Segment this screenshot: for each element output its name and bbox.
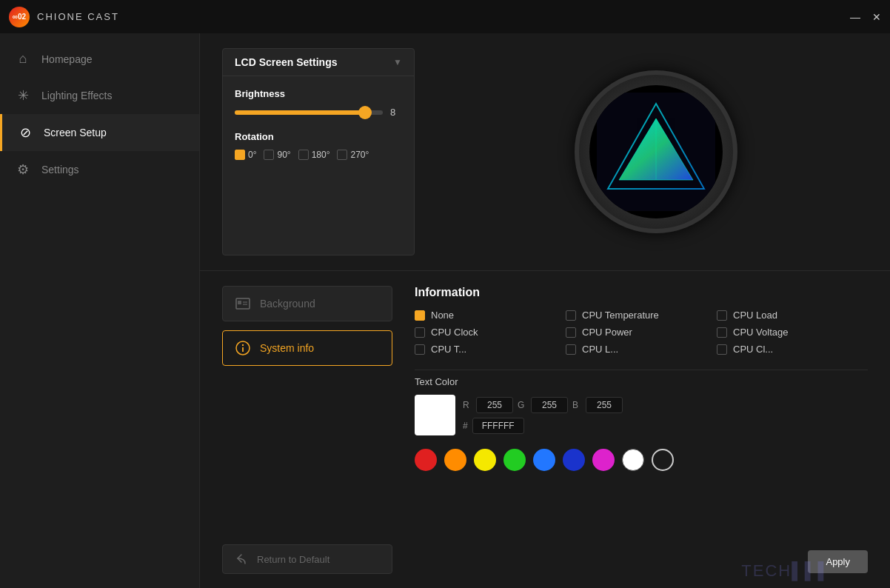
inner-divider <box>415 370 868 370</box>
sidebar-item-screen-setup[interactable]: ⊘ Screen Setup <box>0 114 199 151</box>
color-preview-box[interactable] <box>415 395 455 435</box>
info-checkbox-cpu-voltage[interactable]: CPU Voltage <box>717 327 868 338</box>
sidebar-label-screen: Screen Setup <box>44 127 107 138</box>
close-button[interactable]: ✕ <box>872 11 881 23</box>
color-inputs-row: R G B # <box>415 395 868 435</box>
lcd-preview <box>575 70 737 233</box>
sidebar-label-settings: Settings <box>41 164 79 176</box>
top-section: LCD Screen Settings ▼ Brightness 8 <box>200 33 890 270</box>
checkbox-cpu-cl2-label: CPU Cl... <box>733 344 773 355</box>
hash-label: # <box>463 421 468 431</box>
return-to-default-button[interactable]: Return to Default <box>222 544 392 574</box>
right-panel: Information None CPU Temperature CPU Loa… <box>415 286 868 574</box>
b-input[interactable] <box>586 397 623 413</box>
rotation-270-label: 270° <box>350 150 369 160</box>
minimize-button[interactable]: — <box>850 11 860 23</box>
checkbox-cpu-l2[interactable] <box>566 344 576 355</box>
background-button[interactable]: Background <box>222 286 392 321</box>
titlebar-controls: — ✕ <box>850 11 881 23</box>
rotation-90-label: 90° <box>277 150 290 160</box>
checkbox-cpu-cl2[interactable] <box>717 344 727 355</box>
swatch-purple[interactable] <box>592 449 615 471</box>
return-btn-label: Return to Default <box>257 554 329 565</box>
rotation-90[interactable]: 90° <box>264 150 290 160</box>
info-checkboxes: None CPU Temperature CPU Load CPU Clock <box>415 310 868 355</box>
slider-track <box>235 110 383 115</box>
checkbox-cpu-clock[interactable] <box>415 327 425 338</box>
lcd-settings-panel: LCD Screen Settings ▼ Brightness 8 <box>222 48 415 255</box>
checkbox-cpu-voltage[interactable] <box>717 327 727 338</box>
b-label: B <box>572 400 581 410</box>
rotation-checkbox-0[interactable] <box>235 150 245 160</box>
info-checkbox-none[interactable]: None <box>415 310 566 321</box>
rotation-checkbox-270[interactable] <box>337 150 347 160</box>
checkbox-cpu-t2-label: CPU T... <box>431 344 466 355</box>
sidebar-label-lighting: Lighting Effects <box>41 90 112 101</box>
info-checkbox-cpu-cl2[interactable]: CPU Cl... <box>717 344 868 355</box>
rotation-label: Rotation <box>235 131 402 142</box>
return-icon <box>235 552 248 566</box>
checkbox-cpu-load[interactable] <box>717 310 727 321</box>
checkbox-cpu-clock-label: CPU Clock <box>431 327 478 338</box>
rotation-0-label: 0° <box>248 150 256 160</box>
info-checkbox-cpu-clock[interactable]: CPU Clock <box>415 327 566 338</box>
swatch-green[interactable] <box>503 449 526 471</box>
checkbox-none[interactable] <box>415 310 425 321</box>
lcd-preview-inner <box>589 85 723 218</box>
swatch-orange[interactable] <box>444 449 466 471</box>
sidebar-item-homepage[interactable]: ⌂ Homepage <box>0 41 199 77</box>
brightness-value: 8 <box>390 107 402 118</box>
hex-row: # <box>463 418 623 434</box>
r-input[interactable] <box>476 397 513 413</box>
lcd-display-svg <box>597 93 715 211</box>
checkbox-cpu-t2[interactable] <box>415 344 425 355</box>
dropdown-arrow-icon[interactable]: ▼ <box>393 57 402 67</box>
checkbox-cpu-power-label: CPU Power <box>582 327 632 338</box>
rotation-checkbox-90[interactable] <box>264 150 274 160</box>
home-icon: ⌂ <box>15 51 31 67</box>
info-checkbox-cpu-t2[interactable]: CPU T... <box>415 344 566 355</box>
brightness-slider[interactable] <box>235 110 383 115</box>
app-logo: ∞02 <box>9 7 30 27</box>
app-title: CHIONE CAST <box>37 11 119 22</box>
swatch-transparent[interactable] <box>652 449 674 471</box>
sidebar-item-settings[interactable]: ⚙ Settings <box>0 151 199 188</box>
brightness-label: Brightness <box>235 88 402 99</box>
info-checkbox-cpu-temp[interactable]: CPU Temperature <box>566 310 717 321</box>
g-input[interactable] <box>531 397 568 413</box>
info-checkbox-cpu-power[interactable]: CPU Power <box>566 327 717 338</box>
rotation-0[interactable]: 0° <box>235 150 256 160</box>
info-checkbox-cpu-load[interactable]: CPU Load <box>717 310 868 321</box>
system-info-btn-label: System info <box>260 342 314 354</box>
rotation-checkbox-180[interactable] <box>298 150 309 160</box>
lcd-preview-area <box>444 48 868 255</box>
checkbox-none-label: None <box>431 310 454 321</box>
sidebar: ⌂ Homepage ✳ Lighting Effects ⊘ Screen S… <box>0 33 200 588</box>
system-info-button[interactable]: System info <box>222 330 392 366</box>
sidebar-label-homepage: Homepage <box>41 53 93 65</box>
swatch-yellow[interactable] <box>474 449 496 471</box>
sidebar-item-lighting-effects[interactable]: ✳ Lighting Effects <box>0 77 199 114</box>
swatch-blue[interactable] <box>533 449 555 471</box>
background-btn-label: Background <box>260 298 315 310</box>
info-title: Information <box>415 286 868 299</box>
rotation-180[interactable]: 180° <box>298 150 330 160</box>
slider-thumb[interactable] <box>358 106 372 119</box>
checkbox-cpu-temp[interactable] <box>566 310 576 321</box>
swatch-white[interactable] <box>622 449 644 471</box>
r-row: R G B <box>463 397 623 413</box>
r-label: R <box>463 400 472 410</box>
rotation-options: 0° 90° 180° 270° <box>235 150 402 160</box>
watermark: TECH▌▌▌ <box>741 561 831 581</box>
hex-input[interactable] <box>472 418 524 434</box>
rotation-180-label: 180° <box>312 150 330 160</box>
checkbox-cpu-power[interactable] <box>566 327 576 338</box>
swatch-dark-blue[interactable] <box>563 449 585 471</box>
info-checkbox-cpu-l2[interactable]: CPU L... <box>566 344 717 355</box>
checkbox-cpu-voltage-label: CPU Voltage <box>733 327 788 338</box>
swatch-red[interactable] <box>415 449 437 471</box>
text-color-label: Text Color <box>415 376 868 387</box>
rotation-270[interactable]: 270° <box>337 150 369 160</box>
screen-icon: ⊘ <box>17 124 33 141</box>
system-info-icon <box>235 340 251 356</box>
